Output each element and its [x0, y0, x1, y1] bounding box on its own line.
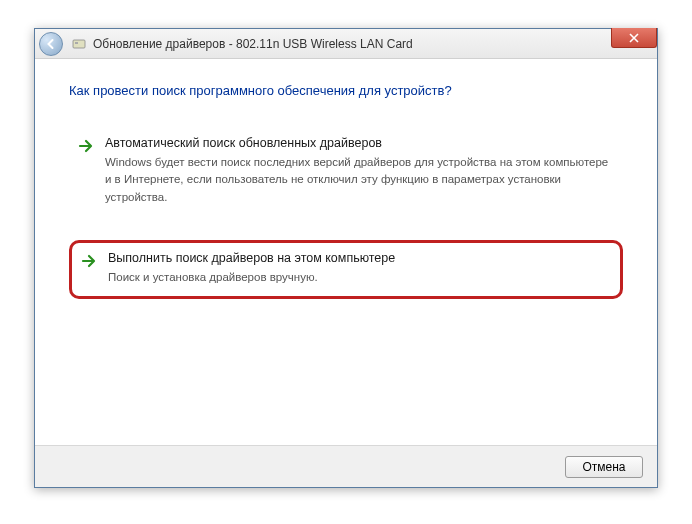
option-body: Выполнить поиск драйверов на этом компью… — [108, 251, 612, 286]
title-device: 802.11n USB Wireless LAN Card — [236, 37, 413, 51]
back-arrow-icon — [45, 38, 57, 50]
close-button[interactable] — [611, 28, 657, 48]
back-button[interactable] — [39, 32, 63, 56]
option-title: Выполнить поиск драйверов на этом компью… — [108, 251, 612, 265]
titlebar: Обновление драйверов - 802.11n USB Wirel… — [35, 29, 657, 59]
option-browse-computer[interactable]: Выполнить поиск драйверов на этом компью… — [69, 240, 623, 299]
dialog-footer: Отмена — [35, 445, 657, 487]
page-heading: Как провести поиск программного обеспече… — [69, 83, 623, 98]
device-icon — [71, 36, 87, 52]
option-desc: Windows будет вести поиск последних верс… — [105, 154, 615, 206]
option-desc: Поиск и установка драйверов вручную. — [108, 269, 612, 286]
option-body: Автоматический поиск обновленных драйвер… — [105, 136, 615, 206]
option-auto-search[interactable]: Автоматический поиск обновленных драйвер… — [69, 126, 623, 218]
driver-update-dialog: Обновление драйверов - 802.11n USB Wirel… — [34, 28, 658, 488]
cancel-button[interactable]: Отмена — [565, 456, 643, 478]
window-title: Обновление драйверов - 802.11n USB Wirel… — [93, 37, 653, 51]
svg-rect-1 — [75, 42, 78, 44]
arrow-right-icon — [80, 252, 98, 270]
title-prefix: Обновление драйверов — [93, 37, 225, 51]
content-area: Как провести поиск программного обеспече… — [35, 59, 657, 299]
close-icon — [629, 33, 639, 43]
svg-rect-0 — [73, 40, 85, 48]
option-title: Автоматический поиск обновленных драйвер… — [105, 136, 615, 150]
arrow-right-icon — [77, 137, 95, 155]
